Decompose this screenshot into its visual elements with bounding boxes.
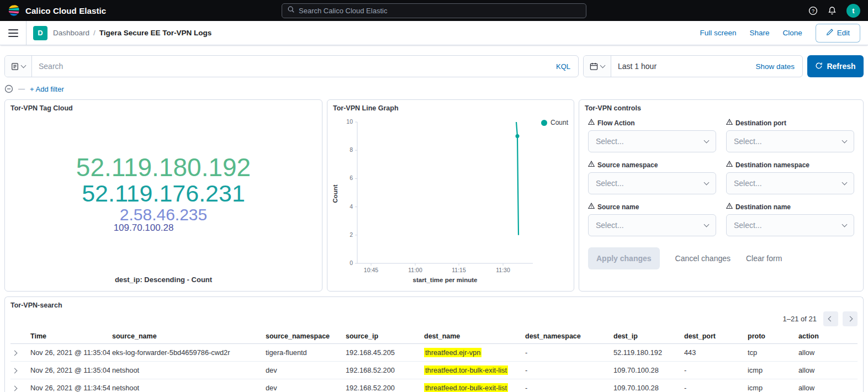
legend-label: Count (551, 119, 568, 126)
cell-action: allow (796, 344, 858, 362)
column-header-proto[interactable]: proto (745, 329, 796, 344)
kql-search-bar: KQL (4, 55, 579, 77)
chevron-down-icon (704, 138, 710, 144)
pagination-label: 1–21 of 21 (783, 315, 817, 323)
date-picker-menu-button[interactable] (584, 56, 611, 77)
tag-cloud-item[interactable]: 52.119.176.231 (82, 181, 245, 206)
cell-dest-name: threatfeed.ejr-vpn (422, 344, 523, 362)
global-search-input[interactable] (299, 7, 581, 15)
refresh-button[interactable]: Refresh (807, 55, 864, 77)
table-row: Nov 26, 2021 @ 11:35:04.000 netshoot dev… (10, 362, 858, 379)
source-namespace-select[interactable]: Select... (588, 172, 716, 194)
time-range-button[interactable]: Last 1 hour (611, 62, 748, 71)
cell-dest-namespace: - (523, 362, 611, 379)
date-picker: Last 1 hour Show dates (583, 55, 803, 77)
column-header-dest-name[interactable]: dest_name (422, 329, 523, 344)
breadcrumb-separator: / (93, 29, 96, 37)
table-row: Nov 26, 2021 @ 11:35:04.000 eks-log-forw… (10, 344, 858, 362)
cell-time: Nov 26, 2021 @ 11:34:54.000 (28, 379, 110, 392)
flow-action-select[interactable]: Select... (588, 130, 716, 152)
edit-button[interactable]: Edit (816, 24, 860, 43)
control-field-destination-namespace: Destination namespace Select... (726, 161, 854, 194)
user-avatar[interactable]: t (846, 4, 860, 18)
chart-legend[interactable]: Count (541, 119, 568, 126)
chevron-right-icon (848, 316, 853, 322)
line-chart: Count 10 8 6 4 2 0 10:45 11:00 11:15 11:… (333, 114, 568, 287)
line-chart-plot (333, 114, 571, 280)
global-search[interactable] (282, 3, 586, 18)
warning-icon (588, 161, 595, 169)
elastic-logo[interactable] (8, 4, 20, 17)
destination-namespace-select[interactable]: Select... (726, 172, 854, 194)
menu-hamburger-icon[interactable] (0, 21, 27, 45)
show-dates-button[interactable]: Show dates (748, 62, 802, 71)
column-header-dest-port[interactable]: dest_port (682, 329, 745, 344)
chevron-right-icon (12, 386, 18, 391)
source-name-select[interactable]: Select... (588, 214, 716, 236)
tag-cloud-panel: Tor-VPN Tag Cloud 52.119.180.192 52.119.… (4, 99, 322, 292)
table-header-row: Time source_name source_namespace source… (10, 329, 858, 344)
row-expand-button[interactable] (10, 344, 28, 362)
filter-divider: — (18, 85, 25, 93)
controls-panel: Tor-VPN controls Flow Action Select... (579, 99, 864, 292)
newsfeed-bell-icon[interactable] (828, 6, 837, 15)
cell-time: Nov 26, 2021 @ 11:35:04.000 (28, 344, 110, 362)
column-header-source-namespace[interactable]: source_namespace (263, 329, 343, 344)
column-header-dest-ip[interactable]: dest_ip (611, 329, 682, 344)
add-filter-button[interactable]: + Add filter (30, 85, 64, 93)
cell-dest-port: - (682, 379, 745, 392)
full-screen-button[interactable]: Full screen (700, 29, 736, 37)
apply-changes-button[interactable]: Apply changes (588, 247, 660, 269)
cell-source-namespace: tigera-fluentd (263, 344, 343, 362)
tag-cloud-item[interactable]: 2.58.46.235 (120, 206, 207, 223)
app-title: Calico Cloud Elastic (25, 6, 106, 15)
highlighted-value: threatfeed.ejr-vpn (424, 348, 481, 357)
saved-query-menu-button[interactable] (5, 56, 32, 77)
clone-button[interactable]: Clone (782, 29, 802, 37)
cell-dest-port: 443 (682, 344, 745, 362)
share-button[interactable]: Share (749, 29, 769, 37)
tag-cloud-item[interactable]: 109.70.100.28 (114, 223, 174, 233)
legend-dot-icon (541, 120, 547, 126)
control-field-source-namespace: Source namespace Select... (588, 161, 716, 194)
column-header-dest-namespace[interactable]: dest_namespace (523, 329, 611, 344)
dashboard-panels: Tor-VPN Tag Cloud 52.119.180.192 52.119.… (4, 99, 864, 292)
panel-title: Tor-VPN Line Graph (333, 104, 568, 112)
highlighted-value: threatfeed.tor-bulk-exit-list (424, 365, 508, 375)
column-header-source-ip[interactable]: source_ip (343, 329, 422, 344)
cancel-changes-button[interactable]: Cancel changes (675, 254, 731, 263)
cell-source-namespace: dev (263, 362, 343, 379)
chevron-down-icon (704, 222, 710, 227)
cell-dest-ip: 109.70.100.28 (611, 379, 682, 392)
row-expand-button[interactable] (10, 362, 28, 379)
breadcrumb-dashboard-link[interactable]: Dashboard (53, 29, 89, 37)
svg-text:?: ? (812, 8, 814, 13)
clear-form-button[interactable]: Clear form (746, 254, 782, 263)
pagination-next-button[interactable] (843, 311, 858, 326)
column-header-time[interactable]: Time (28, 329, 110, 344)
filter-bar: — + Add filter (4, 83, 864, 94)
cell-source-name: netshoot (110, 362, 263, 379)
control-field-destination-name: Destination name Select... (726, 203, 854, 236)
kql-toggle[interactable]: KQL (548, 62, 578, 71)
results-table: Time source_name source_namespace source… (10, 329, 858, 392)
pagination-prev-button[interactable] (823, 311, 838, 326)
cell-action: allow (796, 379, 858, 392)
kql-query-input[interactable] (32, 62, 548, 71)
help-icon[interactable]: ? (808, 6, 818, 15)
filter-options-icon[interactable] (4, 84, 13, 93)
cell-source-ip: 192.168.52.200 (343, 362, 422, 379)
row-expand-button[interactable] (10, 379, 28, 392)
page-title: Tigera Secure EE Tor-VPN Logs (99, 29, 212, 37)
cell-time: Nov 26, 2021 @ 11:35:04.000 (28, 362, 110, 379)
control-field-source-name: Source name Select... (588, 203, 716, 236)
highlighted-value: threatfeed.tor-bulk-exit-list (424, 383, 508, 392)
cell-dest-port: - (682, 362, 745, 379)
column-header-source-name[interactable]: source_name (110, 329, 263, 344)
destination-port-select[interactable]: Select... (726, 130, 854, 152)
column-header-action[interactable]: action (796, 329, 858, 344)
space-badge[interactable]: D (33, 26, 47, 40)
tag-cloud-item[interactable]: 52.119.180.192 (76, 155, 251, 181)
destination-name-select[interactable]: Select... (726, 214, 854, 236)
cell-source-ip: 192.168.52.200 (343, 379, 422, 392)
